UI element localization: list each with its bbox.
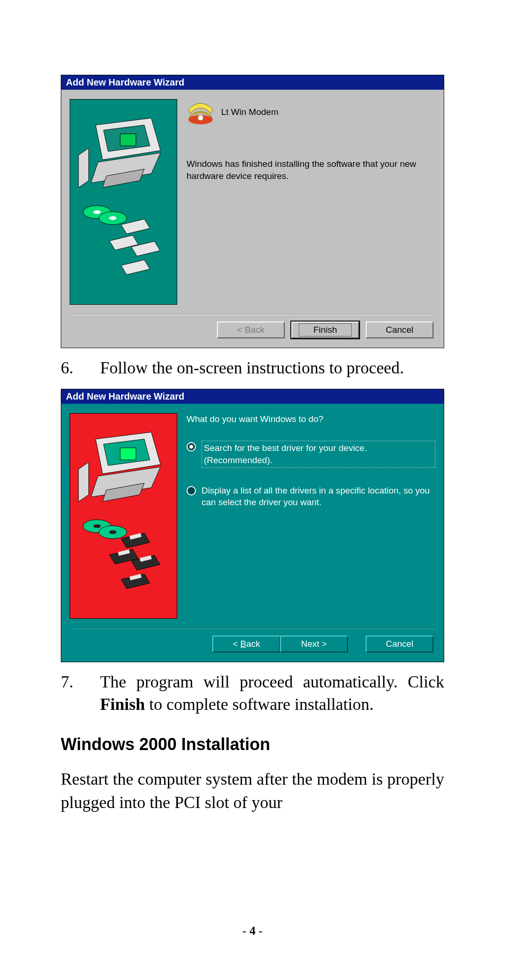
dialog-titlebar: Add New Hardware Wizard (61, 389, 444, 404)
next-button[interactable]: Next > (280, 636, 348, 652)
svg-point-9 (109, 216, 116, 220)
dialog-right-column: What do you want Windows to do? Search f… (187, 413, 435, 619)
dialog-button-row: < Back Finish Cancel (61, 322, 444, 348)
step-number: 7. (61, 671, 100, 716)
dialog-separator (70, 314, 435, 315)
back-button[interactable]: < Back (217, 322, 285, 338)
wizard-art-computer-icon (70, 100, 177, 303)
svg-rect-3 (120, 134, 136, 146)
finish-button-label: Finish (299, 323, 352, 336)
dialog-titlebar: Add New Hardware Wizard (61, 75, 444, 90)
svg-rect-19 (120, 448, 136, 460)
dialog-body: Lt Win Modem Windows has finished instal… (61, 90, 444, 310)
dialog-title: Add New Hardware Wizard (66, 391, 184, 401)
hardware-wizard-dialog-search: Add New Hardware Wizard (61, 389, 444, 662)
wizard-side-art (70, 413, 177, 619)
svg-point-15 (198, 115, 203, 121)
back-button[interactable]: < Back (212, 636, 280, 652)
svg-point-7 (94, 210, 101, 214)
finish-button[interactable]: Finish (291, 322, 359, 338)
dialog-body: What do you want Windows to do? Search f… (61, 404, 444, 624)
cancel-button[interactable]: Cancel (366, 322, 433, 338)
svg-marker-10 (121, 219, 150, 234)
finish-keyword: Finish (100, 695, 145, 714)
svg-marker-0 (79, 148, 89, 187)
step-text-pre: The program will proceed automatically. … (100, 672, 444, 691)
page-number-value: 4 (250, 924, 256, 937)
dialog-message: Windows has finished installing the soft… (187, 158, 435, 182)
radio-icon (187, 486, 196, 495)
step-text: The program will proceed automatically. … (100, 671, 444, 716)
cancel-button[interactable]: Cancel (366, 636, 433, 652)
spacer (353, 636, 361, 652)
cancel-button-label: Cancel (386, 639, 413, 649)
cancel-button-label: Cancel (386, 325, 413, 335)
device-row: Lt Win Modem (187, 99, 435, 125)
page-number: - 4 - (0, 924, 505, 938)
device-label: Lt Win Modem (221, 106, 278, 118)
option-search-best-driver[interactable]: Search for the best driver for your devi… (187, 441, 435, 467)
phone-modem-icon (187, 99, 215, 125)
back-button-label: < Back (237, 325, 265, 335)
step-text: Follow the on-screen instructions to pro… (100, 357, 444, 379)
body-paragraph: Restart the computer system after the mo… (61, 767, 444, 815)
hardware-wizard-dialog-finish: Add New Hardware Wizard (61, 75, 444, 348)
dialog-title: Add New Hardware Wizard (66, 77, 184, 87)
svg-marker-16 (79, 462, 89, 501)
dialog-separator (70, 628, 435, 629)
next-button-label: Next > (301, 639, 327, 649)
svg-marker-13 (121, 260, 150, 275)
wizard-art-computer-icon (70, 414, 177, 617)
option-display-list[interactable]: Display a list of all the drivers in a s… (187, 485, 435, 508)
step-6: 6. Follow the on-screen instructions to … (61, 357, 444, 379)
step-text-post: to complete software installation. (145, 695, 374, 714)
step-number: 6. (61, 357, 100, 379)
back-button-label: < Back (233, 639, 260, 649)
dialog-question: What do you want Windows to do? (187, 413, 435, 425)
svg-point-25 (109, 530, 116, 534)
svg-point-23 (94, 524, 101, 528)
dialog-button-row: < Back Next > Cancel (61, 636, 444, 662)
section-heading: Windows 2000 Installation (61, 735, 444, 754)
step-7: 7. The program will proceed automaticall… (61, 671, 444, 716)
radio-icon (187, 442, 196, 451)
option-label: Search for the best driver for your devi… (202, 441, 435, 467)
dialog-right-column: Lt Win Modem Windows has finished instal… (187, 99, 435, 305)
wizard-side-art (70, 99, 177, 305)
option-label: Display a list of all the drivers in a s… (202, 485, 435, 508)
